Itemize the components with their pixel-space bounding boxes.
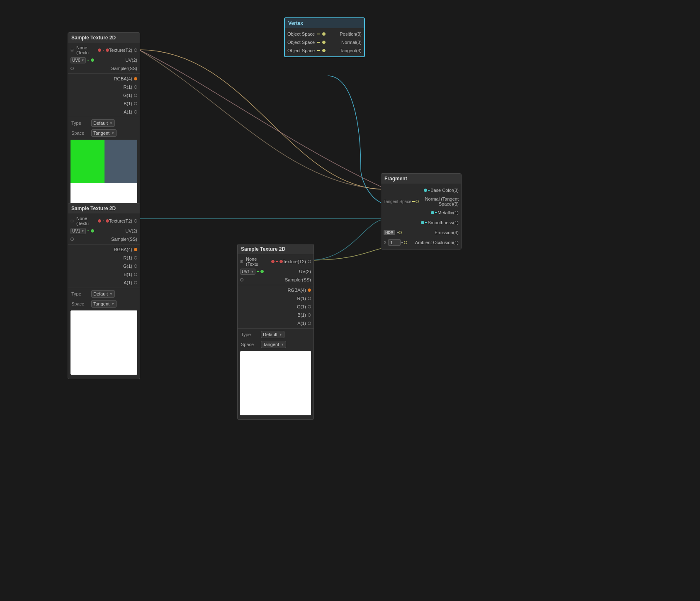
b3-label: B(1): [297, 313, 306, 317]
g3-row: G(1): [238, 303, 314, 311]
a2-label: A(1): [124, 280, 132, 285]
texture3-output-dot[interactable]: [308, 260, 311, 263]
texture-input-row: ⊞ None (Textu Texture(T2): [68, 44, 140, 56]
a2-dot[interactable]: [134, 281, 137, 284]
type-select-3[interactable]: Default ▼: [261, 331, 284, 338]
position-output: Position(3): [340, 32, 362, 36]
position-input: Object Space: [287, 32, 326, 36]
sampler-dot[interactable]: [70, 67, 74, 70]
texture3-dot[interactable]: [271, 260, 275, 263]
space-select-2[interactable]: Tangent ▼: [91, 300, 117, 308]
uv1-dot-3[interactable]: [260, 270, 264, 273]
tangent-input: Object Space: [287, 48, 326, 53]
uv1-dot-2[interactable]: [91, 229, 94, 233]
texture3-input-label: None (Textu: [246, 257, 270, 267]
base-color-dot[interactable]: [424, 189, 427, 192]
a1-port: A(1): [124, 109, 137, 114]
object-space-1: Object Space: [287, 32, 315, 36]
uv1-select-2[interactable]: UV1 ▼: [70, 228, 86, 234]
sampler-label: Sampler(SS): [111, 66, 137, 71]
uv0-arrow: ▼: [81, 58, 84, 62]
a3-row: A(1): [238, 319, 314, 327]
uv1-select-3[interactable]: UV1 ▼: [240, 269, 255, 275]
texture3-dot2[interactable]: [280, 260, 283, 263]
g1-row: G(1): [68, 91, 140, 99]
space-select-1[interactable]: Tangent ▼: [91, 129, 117, 137]
texture-output-label: Texture(T2): [109, 48, 132, 53]
type-arrow-3: ▼: [279, 333, 282, 337]
metallic-row: Metallic(1): [381, 208, 461, 218]
tangent-dot[interactable]: [322, 49, 326, 52]
sampler3-row: Sampler(SS): [238, 276, 314, 284]
texture-output-dot[interactable]: [134, 48, 137, 52]
texture2-dot2[interactable]: [106, 219, 109, 223]
sampler2-dot[interactable]: [70, 237, 74, 241]
emission-dot[interactable]: [399, 231, 402, 234]
r2-dot[interactable]: [134, 256, 137, 259]
rgba2-dot[interactable]: [134, 248, 137, 251]
preview-3: [240, 351, 311, 415]
a1-dot[interactable]: [134, 110, 137, 114]
type-value-1: Default: [93, 121, 108, 126]
hdr-badge: HDR: [384, 230, 395, 235]
b2-dot[interactable]: [134, 273, 137, 276]
normal-tangent-label: Normal (Tangent Space)(3): [420, 196, 459, 206]
type-field-3: Type Default ▼: [238, 330, 314, 339]
space-select-3[interactable]: Tangent ▼: [261, 341, 286, 348]
b1-row: B(1): [68, 99, 140, 108]
uv1-arrow-3: ▼: [250, 270, 254, 274]
smoothness-row: Smoothness(1): [381, 218, 461, 228]
r3-row: R(1): [238, 294, 314, 303]
texture3-output-label: Texture(T2): [283, 259, 306, 264]
normal-tangent-dot[interactable]: [416, 200, 419, 203]
space-label-2: Space: [71, 301, 88, 306]
object-space-3: Object Space: [287, 48, 315, 53]
type-value-3: Default: [263, 332, 277, 337]
r3-port: R(1): [297, 296, 311, 301]
ao-row: X 1 Ambient Occlusion(1): [381, 237, 461, 247]
sampler3-label: Sampler(SS): [285, 277, 311, 282]
r3-label: R(1): [297, 296, 306, 301]
sampler3-dot[interactable]: [240, 278, 243, 281]
g1-dot[interactable]: [134, 94, 137, 97]
normal-dot[interactable]: [322, 41, 326, 44]
texture3-output-port: Texture(T2): [283, 259, 311, 264]
b2-label: B(1): [124, 272, 132, 277]
tangent-label: Tangent(3): [340, 48, 362, 53]
type-select-1[interactable]: Default ▼: [91, 119, 115, 127]
smoothness-dot[interactable]: [421, 221, 424, 224]
texture-dot[interactable]: [98, 48, 101, 52]
rgba3-port: RGBA(4): [287, 288, 311, 293]
preview-1: [70, 140, 137, 204]
ao-dot[interactable]: [404, 241, 407, 244]
b2-row: B(1): [68, 270, 140, 279]
normal-tangent-row: Tangent Space Normal (Tangent Space)(3): [381, 195, 461, 208]
uv0-dot[interactable]: [91, 58, 94, 62]
metallic-dot[interactable]: [431, 211, 434, 214]
uv0-select[interactable]: UV0 ▼: [70, 57, 86, 63]
type-select-2[interactable]: Default ▼: [91, 290, 115, 298]
space-label-3: Space: [241, 342, 258, 347]
texture-dot2[interactable]: [106, 48, 109, 52]
g2-dot[interactable]: [134, 264, 137, 268]
type-value-2: Default: [93, 291, 108, 296]
position-dot[interactable]: [322, 32, 326, 36]
emission-label: Emission(3): [435, 230, 459, 235]
texture2-output-dot[interactable]: [134, 219, 137, 223]
g3-dot[interactable]: [308, 305, 311, 308]
rgba-dot[interactable]: [134, 77, 137, 80]
g2-label: G(1): [123, 264, 132, 269]
ao-value[interactable]: 1: [388, 239, 401, 246]
texture2-dot[interactable]: [98, 219, 101, 223]
uv3-output-port: UV(2): [299, 269, 311, 274]
uv1-label-3: UV1: [242, 269, 250, 274]
b1-dot[interactable]: [134, 102, 137, 105]
r1-dot[interactable]: [134, 85, 137, 89]
texture2-input-row: ⊞ None (Textu Texture(T2): [68, 215, 140, 227]
r3-dot[interactable]: [308, 297, 311, 300]
space-arrow-1: ▼: [111, 131, 114, 135]
a3-dot[interactable]: [308, 322, 311, 325]
b3-dot[interactable]: [308, 313, 311, 317]
rgba3-dot[interactable]: [308, 288, 311, 292]
sampler-port: [70, 67, 74, 70]
